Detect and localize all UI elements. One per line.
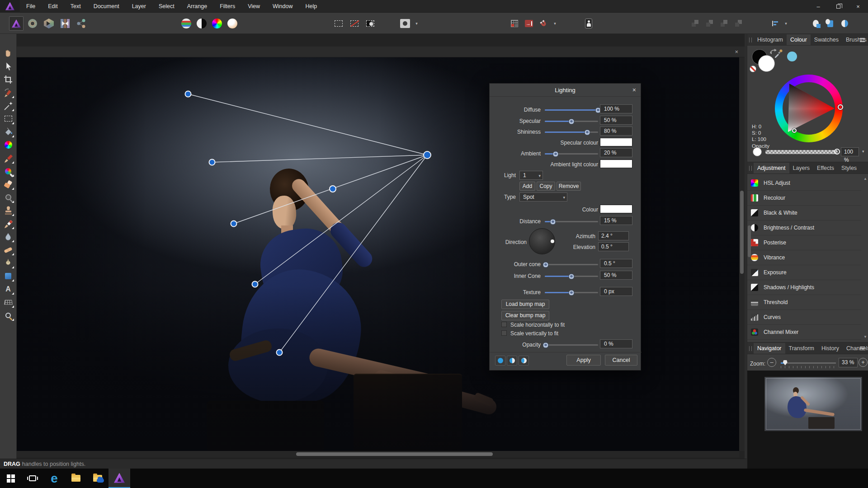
menu-layer[interactable]: Layer [126,0,152,13]
erase-brush-tool[interactable] [2,178,15,191]
horizontal-scroll-thumb[interactable] [296,452,493,456]
vertical-scrollbar[interactable] [739,57,745,451]
cancel-button[interactable]: Cancel [605,355,637,366]
shininess-slider[interactable] [545,131,598,133]
menu-arrange[interactable]: Arrange [181,0,213,13]
restore-button[interactable] [828,0,848,13]
onedrive-button[interactable] [87,469,108,488]
close-button[interactable]: × [848,0,868,13]
shininess-knob[interactable] [585,129,590,135]
pen-tool[interactable] [2,256,15,269]
navigator-thumbnail[interactable] [764,377,862,431]
zoom-slider[interactable] [781,362,836,364]
edge-button[interactable]: e [43,469,65,488]
spot-light-button[interactable] [507,356,517,366]
mask-dropdown[interactable]: ▾ [413,16,419,31]
colour-opacity-slider[interactable] [765,150,838,154]
light-colour-swatch[interactable] [600,205,632,213]
marquee-select-button[interactable] [331,16,346,31]
specular-colour-swatch[interactable] [600,138,632,146]
marquee-tool[interactable] [2,112,15,125]
specular-knob[interactable] [569,118,575,124]
adjustment-item-curves[interactable]: Curves [747,310,861,325]
navigator-viewport-rect[interactable] [766,378,861,430]
menu-edit[interactable]: Edit [42,0,64,13]
dodge-brush-tool[interactable] [2,191,15,204]
healing-brush-tool[interactable] [2,243,15,256]
alignment-dropdown[interactable]: ▾ [782,16,788,31]
affinity-photo-taskbar-button[interactable] [108,469,130,488]
blur-tool[interactable] [2,230,15,243]
undo-brush-tool[interactable] [2,217,15,230]
clone-stamp-tool[interactable] [2,204,15,217]
menu-window[interactable]: Window [266,0,299,13]
opacity-slider[interactable] [545,344,598,346]
dialog-close-icon[interactable]: × [632,86,636,94]
adjustment-item-black-white[interactable]: Black & White [747,206,861,221]
ambient-value[interactable]: 20 % [600,148,632,157]
tab-navigator[interactable]: Navigator [754,343,785,354]
outer-cone-slider[interactable] [545,264,598,265]
elevation-value[interactable]: 0.5 ° [598,242,629,251]
adjustment-item-channel-mixer[interactable]: Channel Mixer [747,325,861,340]
zoom-tool[interactable] [2,309,15,322]
inner-cone-knob[interactable] [569,273,575,279]
diffuse-value[interactable]: 100 % [600,104,632,113]
colour-triangle[interactable] [747,34,868,162]
insert-inside-button[interactable] [838,16,851,31]
move-forward-button[interactable] [703,16,717,31]
specular-value[interactable]: 50 % [600,116,632,125]
alignment-button[interactable] [769,16,782,31]
texture-value[interactable]: 0 px [600,287,632,296]
opacity-knob[interactable] [543,342,549,348]
light-handle[interactable] [209,160,215,165]
move-to-front-button[interactable] [689,16,702,31]
adjustment-item-exposure[interactable]: Exposure [747,265,861,280]
type-select[interactable]: Spot▾ [519,192,567,202]
flood-fill-tool[interactable] [2,125,15,138]
assistant-button[interactable] [582,16,595,31]
apply-button[interactable]: Apply [566,355,601,366]
ambient-light-colour-swatch[interactable] [600,160,632,168]
texture-slider[interactable] [545,292,598,293]
adjustment-item-posterise[interactable]: Posterise [747,235,861,250]
tab-history[interactable]: History [818,343,843,354]
task-view-button[interactable] [22,469,43,488]
paint-brush-tool[interactable] [2,151,15,164]
text-tool[interactable]: A [2,282,15,296]
tab-layers[interactable]: Layers [789,163,814,174]
view-tool[interactable] [2,47,15,60]
light-handle[interactable] [252,282,258,287]
adjustment-item-threshold[interactable]: Threshold [747,295,861,310]
menu-select[interactable]: Select [152,0,181,13]
remove-light-button[interactable]: Remove [557,182,581,191]
insert-behind-button[interactable] [809,16,822,31]
opacity-value[interactable]: 0 % [600,339,632,348]
move-to-back-button[interactable] [732,16,745,31]
mesh-warp-tool[interactable] [2,296,15,309]
adjustment-item-hsl[interactable]: HSL Adjust [747,176,861,191]
ambient-slider[interactable] [545,153,598,155]
azimuth-value[interactable]: 2.4 ° [598,231,629,240]
light-handle[interactable] [277,350,283,356]
distance-knob[interactable] [550,219,556,225]
point-light-button[interactable] [495,356,505,366]
shininess-value[interactable]: 80 % [600,127,632,136]
chevron-down-icon[interactable]: ▾ [862,149,864,154]
adjustment-item-vibrance[interactable]: Vibrance [747,250,861,265]
ambient-knob[interactable] [552,151,558,157]
tab-transform[interactable]: Transform [785,343,818,354]
panel-menu-icon[interactable] [860,347,865,351]
menu-text[interactable]: Text [64,0,87,13]
insert-on-top-button[interactable] [823,16,837,31]
adjustment-scroll-thumb[interactable] [748,225,751,257]
crop-tool[interactable] [2,73,15,86]
menu-view[interactable]: View [241,0,266,13]
menu-file[interactable]: File [20,0,42,13]
menu-document[interactable]: Document [87,0,126,13]
shape-tool[interactable] [2,269,15,282]
hue-selector[interactable] [838,104,843,110]
scale-vertically-checkbox[interactable] [501,330,507,336]
scroll-down-icon[interactable]: ▼ [863,335,868,339]
tab-adjustment[interactable]: Adjustment [754,163,789,174]
